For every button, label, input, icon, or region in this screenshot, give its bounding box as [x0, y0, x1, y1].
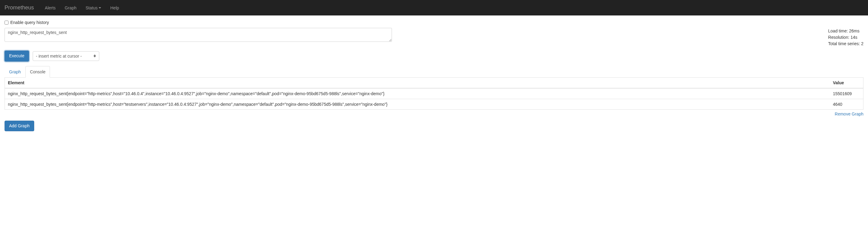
table-row: nginx_http_request_bytes_sent{endpoint="… — [5, 88, 863, 99]
footer-row: Remove Graph — [4, 110, 864, 121]
results-table-wrap: Element Value nginx_http_request_bytes_s… — [4, 78, 864, 110]
enable-history-checkbox[interactable] — [4, 21, 8, 25]
tab-console[interactable]: Console — [25, 66, 50, 78]
th-element: Element — [5, 78, 830, 88]
tab-graph[interactable]: Graph — [4, 66, 25, 78]
results-table: Element Value nginx_http_request_bytes_s… — [5, 78, 863, 109]
th-value: Value — [830, 78, 863, 88]
navbar: Prometheus Alerts Graph Status Help — [0, 0, 868, 16]
nav-status-label: Status — [86, 5, 98, 10]
stat-resolution: Resolution: 14s — [828, 34, 864, 41]
stat-total-series: Total time series: 2 — [828, 41, 864, 47]
cell-value: 4640 — [830, 99, 863, 109]
cell-element: nginx_http_request_bytes_sent{endpoint="… — [5, 88, 830, 99]
navbar-nav: Alerts Graph Status Help — [40, 1, 123, 15]
add-graph-button[interactable]: Add Graph — [4, 121, 34, 132]
query-stats: Load time: 26ms Resolution: 14s Total ti… — [828, 28, 864, 47]
metric-select[interactable]: - insert metric at cursor - — [33, 51, 99, 61]
main-container: Enable query history Load time: 26ms Res… — [0, 16, 868, 136]
enable-history-label[interactable]: Enable query history — [10, 20, 49, 25]
nav-alerts[interactable]: Alerts — [40, 1, 60, 15]
nav-help[interactable]: Help — [105, 1, 123, 15]
cell-element: nginx_http_request_bytes_sent{endpoint="… — [5, 99, 830, 109]
select-arrows-icon — [94, 55, 96, 57]
controls-row: Execute - insert metric at cursor - — [4, 51, 864, 61]
metric-select-label: - insert metric at cursor - — [36, 54, 82, 58]
table-row: nginx_http_request_bytes_sent{endpoint="… — [5, 99, 863, 109]
caret-down-icon — [99, 7, 101, 8]
navbar-brand[interactable]: Prometheus — [4, 0, 38, 16]
nav-status[interactable]: Status — [81, 1, 106, 15]
tabs: Graph Console — [4, 66, 864, 78]
nav-graph[interactable]: Graph — [60, 1, 81, 15]
query-row: Load time: 26ms Resolution: 14s Total ti… — [4, 28, 864, 47]
enable-history-row: Enable query history — [4, 20, 864, 25]
query-input[interactable] — [4, 28, 392, 42]
remove-graph-link[interactable]: Remove Graph — [835, 111, 864, 116]
execute-button[interactable]: Execute — [4, 51, 29, 61]
stat-load-time: Load time: 26ms — [828, 28, 864, 34]
cell-value: 15501609 — [830, 88, 863, 99]
